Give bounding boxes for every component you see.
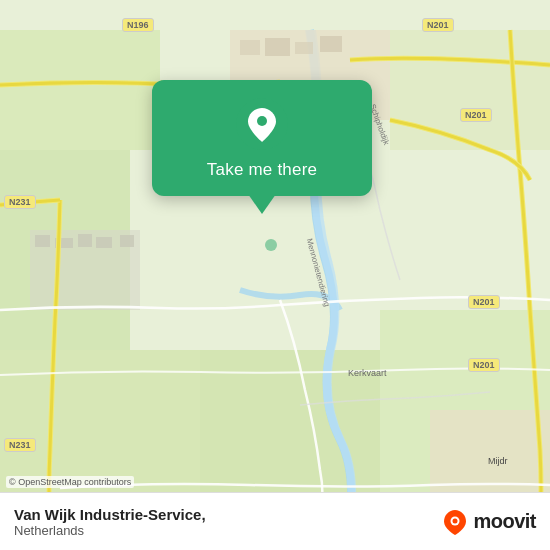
svg-point-23 <box>453 518 458 523</box>
svg-rect-17 <box>120 235 134 247</box>
map-container: N196 N201 N196 N201 N231 N201 N201 N231 … <box>0 0 550 550</box>
svg-rect-16 <box>96 237 112 248</box>
popup-label: Take me there <box>207 160 317 180</box>
moovit-text: moovit <box>473 510 536 533</box>
svg-rect-9 <box>265 38 290 56</box>
road-label-kerkvaart: Kerkvaart <box>348 368 387 378</box>
location-pin-icon <box>236 98 288 150</box>
road-label-n196-top: N196 <box>122 18 154 32</box>
svg-point-21 <box>257 116 267 126</box>
svg-rect-10 <box>295 42 313 54</box>
svg-rect-15 <box>78 234 92 247</box>
bottom-bar: Van Wijk Industrie-Service, Netherlands … <box>0 492 550 550</box>
moovit-pin-icon <box>441 508 469 536</box>
moovit-logo: moovit <box>441 508 536 536</box>
road-label-n231-left: N231 <box>4 195 36 209</box>
svg-rect-13 <box>35 235 50 247</box>
road-label-n201-top: N201 <box>422 18 454 32</box>
svg-rect-8 <box>240 40 260 55</box>
osm-attribution: © OpenStreetMap contributors <box>6 476 134 488</box>
map-popup[interactable]: Take me there <box>152 80 372 196</box>
svg-rect-1 <box>0 30 160 150</box>
road-label-n201-right1: N201 <box>460 108 492 122</box>
svg-rect-11 <box>320 36 342 52</box>
location-info: Van Wijk Industrie-Service, Netherlands <box>14 506 206 538</box>
road-label-n201-right2: N201 <box>468 295 500 309</box>
location-country: Netherlands <box>14 523 206 538</box>
road-label-n231-bot: N231 <box>4 438 36 452</box>
location-name: Van Wijk Industrie-Service, <box>14 506 206 523</box>
road-label-mijdrecht: Mijdr <box>488 456 508 466</box>
svg-rect-6 <box>390 30 550 150</box>
svg-point-19 <box>265 239 277 251</box>
road-label-n201-right3: N201 <box>468 358 500 372</box>
